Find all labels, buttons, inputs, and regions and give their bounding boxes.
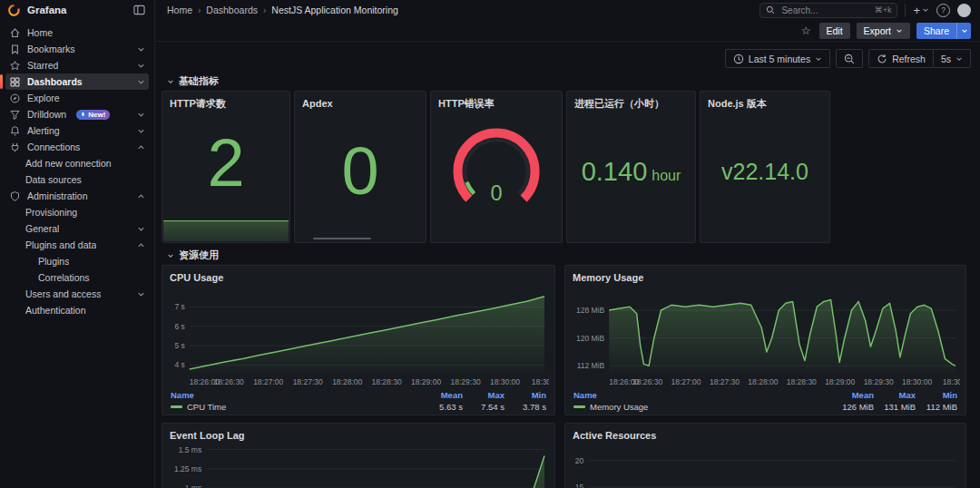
sidebar-item-provisioning[interactable]: Provisioning	[5, 204, 149, 220]
panel-event-loop-lag: Event Loop Lag 1 ms1.25 ms1.5 ms	[162, 423, 555, 488]
refresh-group: Refresh 5s	[868, 49, 971, 68]
share-dropdown-button[interactable]	[956, 23, 971, 39]
svg-text:6 s: 6 s	[174, 322, 184, 331]
chevron-down-icon	[137, 111, 145, 119]
user-avatar[interactable]	[957, 4, 971, 17]
legend-header[interactable]: Max	[463, 390, 505, 400]
sidebar-item-authentication[interactable]: Authentication	[5, 302, 149, 318]
grafana-logo[interactable]	[7, 4, 21, 17]
legend-header-name[interactable]: Name	[573, 390, 832, 400]
cpu-usage-chart[interactable]: 4 s5 s6 s7 s18:26:0018:26:3018:27:0018:2…	[168, 286, 549, 387]
chevron-down-icon	[896, 27, 903, 34]
sidebar-item-plugins-and-data[interactable]: Plugins and data	[5, 237, 149, 253]
panel-title[interactable]: CPU Usage	[162, 266, 554, 286]
svg-text:18:30:3: 18:30:3	[943, 377, 960, 386]
zoom-out-button[interactable]	[836, 49, 863, 68]
chevron-down-icon	[815, 55, 822, 63]
sidebar-toggle-icon[interactable]	[133, 5, 145, 15]
event-loop-lag-chart[interactable]: 1 ms1.25 ms1.5 ms	[168, 444, 549, 488]
help-icon[interactable]: ?	[936, 4, 950, 17]
sidebar-item-administration[interactable]: Administration	[5, 188, 149, 204]
sidebar-item-alerting[interactable]: Alerting	[5, 122, 149, 139]
sidebar-item-plugins[interactable]: Plugins	[5, 253, 149, 269]
sidebar-item-label: Alerting	[27, 125, 60, 136]
legend-header[interactable]: Min	[916, 390, 957, 400]
sidebar-item-label: Dashboards	[27, 76, 83, 87]
refresh-interval-label: 5s	[941, 54, 951, 64]
breadcrumb-item[interactable]: Dashboards	[206, 5, 258, 15]
svg-text:18:30:00: 18:30:00	[902, 377, 932, 386]
svg-text:20: 20	[575, 456, 584, 465]
panel-node-version: Node.js 版本 v22.14.0	[700, 91, 830, 243]
export-button[interactable]: Export	[857, 23, 910, 39]
share-button[interactable]: Share	[916, 23, 956, 39]
svg-text:18:27:00: 18:27:00	[671, 377, 701, 386]
panel-title[interactable]: Memory Usage	[565, 266, 965, 286]
dashboards-icon	[9, 76, 21, 88]
chevron-down-icon	[137, 127, 145, 135]
panel-title[interactable]: Active Resources	[565, 424, 965, 444]
svg-text:15: 15	[575, 483, 584, 488]
sidebar-item-bookmarks[interactable]: Bookmarks	[5, 41, 149, 57]
add-button[interactable]: +	[913, 5, 929, 16]
refresh-button[interactable]: Refresh	[868, 49, 934, 68]
legend-value: 131 MiB	[874, 402, 916, 412]
svg-text:18:29:30: 18:29:30	[451, 377, 481, 386]
time-range-label: Last 5 minutes	[749, 54, 810, 64]
chevron-down-icon	[922, 6, 929, 14]
legend-header[interactable]: Mean	[421, 390, 463, 400]
sidebar-item-label: Plugins and data	[25, 239, 96, 250]
panel-active-resources: Active Resources 1520	[564, 423, 966, 488]
breadcrumb: Home›Dashboards›NestJS Application Monit…	[167, 5, 398, 15]
panel-http-error-rate: HTTP错误率 0	[430, 91, 563, 243]
administration-icon	[9, 190, 21, 202]
sidebar-item-connections[interactable]: Connections	[5, 139, 149, 155]
sidebar-item-correlations[interactable]: Correlations	[5, 269, 149, 286]
panel-cpu-usage: CPU Usage 4 s5 s6 s7 s18:26:0018:26:3018…	[162, 265, 555, 415]
svg-text:18:30:00: 18:30:00	[490, 377, 520, 386]
legend-header-name[interactable]: Name	[171, 390, 421, 400]
panel-title[interactable]: Event Loop Lag	[162, 424, 554, 444]
sidebar-item-label: Authentication	[25, 305, 86, 316]
sidebar-item-add-new-connection[interactable]: Add new connection	[5, 155, 149, 171]
uptime-value-line: 0.140 hour	[582, 157, 681, 187]
memory-usage-chart[interactable]: 112 MiB120 MiB128 MiB18:26:0018:26:3018:…	[571, 286, 960, 387]
sidebar-item-explore[interactable]: Explore	[5, 90, 149, 106]
search-input[interactable]	[779, 5, 869, 16]
uptime-value: 0.140	[582, 157, 648, 187]
section-title: 资源使用	[179, 249, 219, 262]
section-header-resource-usage[interactable]: 资源使用	[167, 249, 219, 262]
legend-series-name[interactable]: CPU Time	[171, 402, 421, 412]
refresh-interval-dropdown[interactable]: 5s	[934, 49, 971, 68]
nav-right: ⌘+k + ?	[760, 3, 980, 18]
sidebar-item-label: Users and access	[25, 288, 101, 299]
sidebar-item-drilldown[interactable]: DrilldownNew!	[5, 106, 149, 122]
breadcrumb-item[interactable]: Home	[167, 5, 192, 15]
sidebar-item-starred[interactable]: Starred	[5, 57, 149, 73]
sidebar-item-dashboards[interactable]: Dashboards	[5, 73, 149, 90]
node-version-value: v22.14.0	[721, 159, 808, 185]
star-icon[interactable]: ☆	[801, 24, 811, 37]
active-resources-chart[interactable]: 1520	[571, 444, 960, 488]
svg-text:7 s: 7 s	[174, 302, 184, 311]
legend-header[interactable]: Min	[505, 390, 546, 400]
section-header-basic-metrics[interactable]: 基础指标	[167, 74, 219, 88]
svg-text:1.25 ms: 1.25 ms	[174, 464, 201, 473]
svg-text:18:27:30: 18:27:30	[710, 377, 740, 386]
sidebar-item-home[interactable]: Home	[5, 24, 149, 41]
legend-header[interactable]: Mean	[832, 390, 874, 400]
nav-left: Grafana	[0, 4, 154, 17]
svg-text:128 MiB: 128 MiB	[576, 306, 605, 315]
legend-header[interactable]: Max	[874, 390, 916, 400]
sidebar-item-data-sources[interactable]: Data sources	[5, 171, 149, 188]
search-box[interactable]: ⌘+k	[760, 3, 897, 18]
edit-button[interactable]: Edit	[819, 23, 850, 39]
apdex-value: 0	[341, 138, 378, 205]
legend-series-name[interactable]: Memory Usage	[573, 402, 832, 412]
sidebar-item-general[interactable]: General	[5, 220, 149, 237]
chevron-up-icon	[137, 143, 145, 151]
panel-title[interactable]: HTTP错误率	[431, 92, 562, 112]
sidebar-item-users-and-access[interactable]: Users and access	[5, 286, 149, 302]
legend-value: 3.78 s	[505, 402, 546, 412]
time-range-picker[interactable]: Last 5 minutes	[725, 49, 830, 68]
